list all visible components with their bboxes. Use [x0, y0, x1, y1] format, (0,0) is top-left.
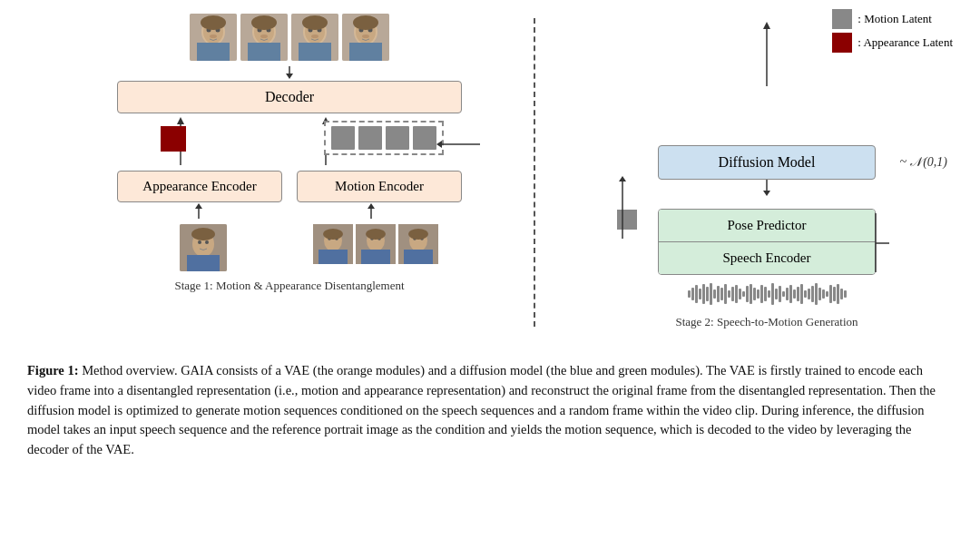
wave-bar — [782, 291, 785, 297]
svg-point-48 — [191, 228, 215, 240]
stage2-label: Stage 2: Speech-to-Motion Generation — [675, 315, 858, 329]
svg-marker-71 — [763, 191, 770, 196]
wave-bar — [717, 286, 720, 302]
wave-bar — [702, 284, 705, 304]
caption: Figure 1: Method overview. GAIA consists… — [18, 361, 962, 460]
diffusion-model-box: Diffusion Model ~ 𝒩 (0,1) — [658, 145, 876, 180]
wave-bar — [728, 290, 730, 298]
wave-bar — [804, 290, 807, 298]
svg-marker-43 — [368, 203, 375, 209]
wave-bar — [699, 289, 701, 299]
decoded-face-4 — [342, 14, 389, 61]
decoded-face-2 — [240, 14, 288, 61]
svg-point-5 — [210, 34, 217, 38]
legend-motion: : Motion Latent — [832, 9, 953, 29]
top-faces-row — [190, 14, 389, 61]
wave-bar — [800, 284, 803, 304]
wave-bar — [786, 288, 789, 300]
diagram-area: Decoder — [18, 9, 962, 354]
arrows-from-bottom-faces — [117, 202, 462, 219]
wave-bar — [760, 285, 763, 303]
svg-point-60 — [366, 229, 386, 240]
wave-bar — [818, 288, 821, 300]
bottom-face-appearance — [117, 224, 289, 271]
svg-point-47 — [205, 240, 209, 244]
svg-marker-69 — [763, 22, 770, 29]
wave-bar — [706, 287, 709, 301]
stage2: : Motion Latent : Appearance Latent Diff… — [544, 9, 962, 354]
motion-face-1 — [313, 224, 353, 264]
wave-bar — [837, 284, 839, 304]
svg-point-29 — [362, 34, 369, 38]
wave-bar — [789, 285, 792, 303]
wave-bar — [811, 286, 814, 302]
arrow-row — [117, 115, 462, 165]
motion-latent-3 — [386, 126, 409, 150]
motion-encoder-box: Motion Encoder — [297, 171, 462, 202]
legend-motion-square — [832, 9, 852, 29]
legend: : Motion Latent : Appearance Latent — [832, 9, 953, 53]
svg-point-22 — [302, 15, 328, 30]
main-container: Decoder — [0, 0, 980, 549]
wave-bar — [815, 283, 818, 305]
wave-bar — [713, 289, 716, 299]
arrow-diffusion-to-pose — [658, 180, 876, 198]
bottom-faces-row — [117, 224, 462, 271]
svg-point-6 — [201, 15, 226, 30]
wave-bar — [746, 286, 749, 302]
wave-bar — [833, 287, 836, 301]
caption-bold: Figure 1: — [27, 363, 79, 377]
stage1-label: Stage 1: Motion & Appearance Disentangle… — [174, 279, 404, 293]
stage1: Decoder — [18, 9, 524, 354]
green-boxes: Pose Predictor Speech Encoder — [658, 209, 876, 275]
wave-bar — [808, 289, 810, 299]
pose-predictor-box: Pose Predictor — [659, 210, 875, 242]
arrow-to-decoder — [117, 66, 462, 81]
motion-latent-box — [324, 121, 444, 155]
wave-bar — [840, 289, 843, 299]
divider — [534, 18, 535, 327]
wave-bar — [742, 291, 745, 297]
motion-face-3 — [398, 224, 438, 264]
svg-marker-33 — [286, 74, 293, 79]
motion-latent-1 — [331, 126, 355, 150]
wave-bar — [724, 284, 727, 304]
caption-text: Method overview. GAIA consists of a VAE … — [27, 363, 936, 456]
legend-appearance: : Appearance Latent — [832, 33, 953, 53]
wave-bar — [771, 283, 774, 305]
legend-appearance-square — [832, 33, 852, 53]
svg-marker-41 — [195, 203, 202, 209]
svg-rect-67 — [404, 250, 433, 264]
wave-bar — [768, 290, 770, 298]
right-bracket-arrows — [871, 209, 898, 281]
diffusion-wrapper: Diffusion Model ~ 𝒩 (0,1) Pose Predictor — [658, 82, 876, 308]
green-boxes-wrapper: Pose Predictor Speech Encoder — [658, 209, 876, 275]
wave-bar — [757, 289, 760, 299]
svg-marker-35 — [177, 117, 184, 124]
wave-bar — [779, 286, 781, 302]
svg-rect-7 — [197, 43, 230, 61]
svg-rect-31 — [349, 43, 382, 61]
decoder-box: Decoder — [117, 81, 462, 113]
wave-bar — [691, 288, 694, 300]
wave-bar — [822, 289, 825, 299]
svg-rect-15 — [248, 43, 280, 61]
speech-encoder-box: Speech Encoder — [659, 242, 875, 274]
wave-bar — [764, 287, 767, 301]
wave-bar — [775, 289, 778, 299]
svg-marker-73 — [619, 176, 626, 181]
wave-bar — [720, 288, 723, 300]
wave-bar — [695, 285, 698, 303]
motion-face-2 — [356, 224, 396, 264]
motion-latent-4 — [413, 126, 436, 150]
svg-rect-23 — [299, 43, 331, 61]
svg-rect-61 — [361, 250, 390, 264]
wave-bar — [710, 283, 712, 305]
wave-bar — [739, 289, 741, 299]
svg-rect-49 — [187, 255, 220, 271]
wave-bar — [735, 285, 738, 303]
svg-point-46 — [198, 240, 201, 244]
svg-point-66 — [408, 229, 428, 240]
svg-point-54 — [323, 229, 343, 240]
wave-bar — [750, 284, 752, 304]
